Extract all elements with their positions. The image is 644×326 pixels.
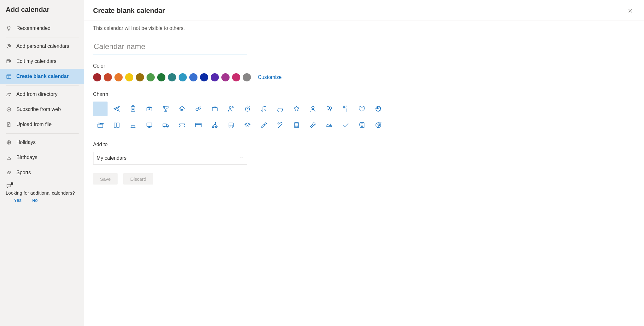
at-sign-icon <box>6 43 12 49</box>
sidebar-item-create-blank[interactable]: Create blank calendar <box>0 69 84 84</box>
feedback-yes-link[interactable]: Yes <box>14 197 21 203</box>
link-icon <box>6 107 12 112</box>
addto-dropdown[interactable]: My calendars <box>93 152 247 164</box>
charm-music[interactable] <box>257 102 271 116</box>
svg-point-33 <box>230 126 230 126</box>
sidebar-item-subscribe-web[interactable]: Subscribe from web <box>0 102 84 117</box>
calendar-name-input[interactable] <box>93 40 247 54</box>
charm-trophy[interactable] <box>158 102 173 116</box>
charm-cake[interactable] <box>126 118 140 132</box>
charm-home[interactable] <box>175 102 189 116</box>
charm-credit-card[interactable] <box>191 118 206 132</box>
color-swatch-6[interactable] <box>157 73 165 81</box>
svg-point-31 <box>215 123 216 124</box>
charm-car[interactable] <box>273 102 287 116</box>
color-swatch-10[interactable] <box>200 73 208 81</box>
charm-graduation[interactable] <box>240 118 255 132</box>
svg-rect-28 <box>196 123 201 127</box>
svg-point-39 <box>378 125 379 125</box>
charm-bandage[interactable] <box>191 102 206 116</box>
feedback-no-link[interactable]: No <box>32 197 38 203</box>
globe-icon <box>6 140 12 145</box>
charm-book[interactable] <box>109 118 124 132</box>
charm-bus[interactable] <box>224 118 238 132</box>
sidebar-item-holidays[interactable]: Holidays <box>0 135 84 150</box>
charm-balloons[interactable] <box>322 102 336 116</box>
charm-clapper[interactable] <box>93 118 108 132</box>
charm-tools[interactable] <box>273 118 287 132</box>
color-swatch-1[interactable] <box>104 73 112 81</box>
sidebar-item-sports[interactable]: Sports <box>0 165 84 180</box>
color-swatch-8[interactable] <box>179 73 187 81</box>
chevron-down-icon <box>239 155 244 161</box>
sidebar-item-label: Sports <box>16 170 31 175</box>
charm-checkmark[interactable] <box>338 118 353 132</box>
charm-monitor[interactable] <box>142 118 157 132</box>
charm-clipboard[interactable] <box>126 102 140 116</box>
charm-building[interactable] <box>289 118 304 132</box>
charm-shoe[interactable] <box>322 118 336 132</box>
svg-point-27 <box>167 126 168 127</box>
color-swatch-12[interactable] <box>221 73 230 81</box>
charm-food[interactable] <box>338 102 353 116</box>
charm-wrench[interactable] <box>306 118 320 132</box>
charm-ticket[interactable] <box>175 118 189 132</box>
charm-target[interactable] <box>371 118 386 132</box>
charm-star[interactable] <box>289 102 304 116</box>
charm-truck[interactable] <box>158 118 173 132</box>
charm-none[interactable] <box>93 102 108 116</box>
charm-airplane[interactable] <box>109 102 124 116</box>
charm-briefcase-medical[interactable] <box>142 102 157 116</box>
color-swatch-11[interactable] <box>211 73 219 81</box>
customize-color-link[interactable]: Customize <box>258 75 282 80</box>
main-panel: Create blank calendar This calendar will… <box>84 0 644 326</box>
color-section-label: Color <box>93 63 635 69</box>
svg-point-14 <box>229 107 231 108</box>
addto-section-label: Add to <box>93 142 635 147</box>
charm-soccer[interactable] <box>371 102 386 116</box>
color-swatch-4[interactable] <box>136 73 144 81</box>
charm-paint[interactable] <box>257 118 271 132</box>
charm-people[interactable] <box>224 102 238 116</box>
sidebar-item-add-directory[interactable]: Add from directory <box>0 87 84 102</box>
sidebar-item-recommended[interactable]: Recommended <box>0 21 84 36</box>
sidebar-item-upload-file[interactable]: Upload from file <box>0 117 84 132</box>
sidebar-item-label: Create blank calendar <box>16 74 69 79</box>
sidebar-item-label: Edit my calendars <box>16 58 56 64</box>
charm-notes[interactable] <box>355 118 369 132</box>
sidebar-item-edit-my[interactable]: Edit my calendars <box>0 54 84 69</box>
save-button[interactable]: Save <box>93 173 118 185</box>
svg-point-18 <box>265 109 266 110</box>
svg-rect-35 <box>295 123 298 128</box>
charm-heart[interactable] <box>355 102 369 116</box>
charm-person[interactable] <box>306 102 320 116</box>
color-swatch-7[interactable] <box>168 73 176 81</box>
sidebar-item-add-personal[interactable]: Add personal calendars <box>0 39 84 54</box>
svg-rect-24 <box>147 123 152 126</box>
svg-rect-23 <box>98 124 103 127</box>
file-upload-icon <box>6 122 12 127</box>
color-swatch-3[interactable] <box>125 73 133 81</box>
color-swatch-9[interactable] <box>189 73 197 81</box>
color-swatch-14[interactable] <box>243 73 251 81</box>
charm-cycling[interactable] <box>208 118 222 132</box>
svg-point-17 <box>262 110 263 111</box>
color-swatch-13[interactable] <box>232 73 240 81</box>
sidebar-title: Add calendar <box>0 3 84 19</box>
charm-section-label: Charm <box>93 91 635 97</box>
calendar-add-icon <box>6 74 12 79</box>
page-title: Create blank calendar <box>93 7 165 15</box>
color-swatch-5[interactable] <box>147 73 155 81</box>
svg-rect-13 <box>212 108 217 111</box>
svg-rect-25 <box>163 124 166 126</box>
svg-point-26 <box>164 126 165 127</box>
close-button[interactable] <box>625 6 635 16</box>
charm-stopwatch[interactable] <box>240 102 255 116</box>
sidebar-item-label: Holidays <box>16 140 36 145</box>
color-swatch-2[interactable] <box>114 73 123 81</box>
discard-button[interactable]: Discard <box>123 173 153 185</box>
sidebar-item-birthdays[interactable]: Birthdays <box>0 150 84 165</box>
cake-icon <box>6 155 12 160</box>
charm-briefcase[interactable] <box>208 102 222 116</box>
color-swatch-0[interactable] <box>93 73 101 81</box>
